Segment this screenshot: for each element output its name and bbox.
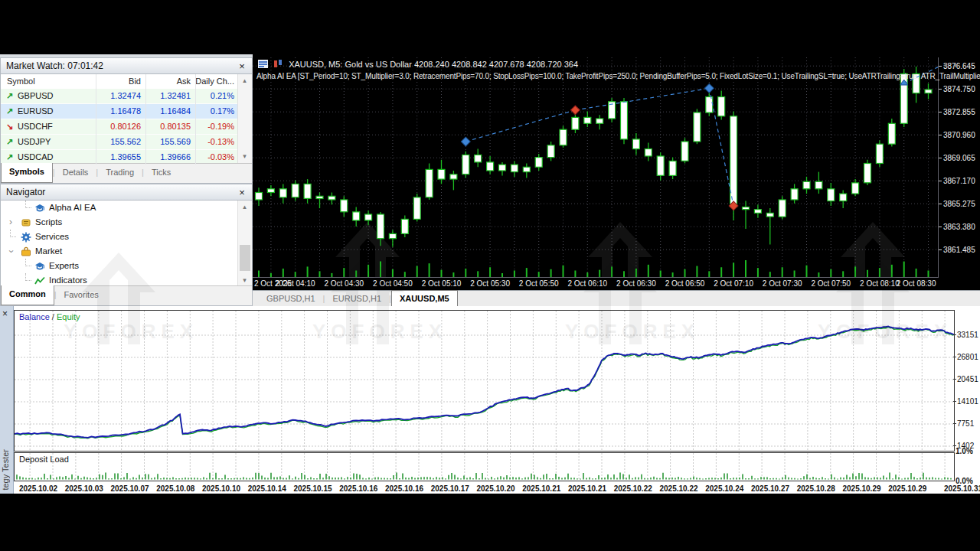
tester-x-label: 2025.10.27 xyxy=(751,484,789,493)
daily-change-value: 0.21% xyxy=(211,89,234,103)
tab-trading[interactable]: Trading xyxy=(98,164,142,183)
tab-left-icon[interactable]: ◂ xyxy=(943,60,955,69)
chart-bars-icon xyxy=(258,60,268,68)
tester-y-label: 1402 xyxy=(957,442,974,450)
candle-body xyxy=(487,162,494,171)
column-header-symbol[interactable]: Symbol xyxy=(7,74,35,89)
chart-tab-scroll-arrows[interactable]: ◂▸ xyxy=(943,60,966,69)
chart-title-text: XAUUSD, M5: Gold vs US Dollar 4208.240 4… xyxy=(289,60,578,69)
time-label: 2 Oct 05:50 xyxy=(519,279,559,288)
tester-y-tick xyxy=(953,379,956,380)
tester-x-label: 2025.10.31 xyxy=(944,484,980,493)
tester-x-label: 2025.10.14 xyxy=(248,484,286,493)
cap-icon xyxy=(34,261,45,272)
close-icon[interactable]: × xyxy=(237,58,247,74)
scrollbar-thumb[interactable] xyxy=(240,245,250,271)
chart-region: XAUUSD, M5: Gold vs US Dollar 4208.240 4… xyxy=(253,57,980,306)
ea-parameters-line: Alpha AI EA [ST_Period=10; ST_Multiplier… xyxy=(256,72,980,80)
candle-body xyxy=(389,233,396,238)
market-watch-tabs: Symbols|Details|Trading|Ticks xyxy=(1,163,252,183)
daily-change-value: 0.17% xyxy=(211,104,234,119)
candle-body xyxy=(401,219,408,233)
buy-marker xyxy=(461,137,470,146)
time-label: 2 Oct 06:10 xyxy=(567,279,607,288)
candle-body xyxy=(292,184,299,197)
tab-symbols[interactable]: Symbols xyxy=(1,163,53,183)
scroll-up-icon[interactable]: ▴ xyxy=(238,201,251,214)
scroll-down-icon[interactable]: ▾ xyxy=(238,150,251,163)
candle-body xyxy=(596,119,603,123)
candle-body xyxy=(256,193,263,201)
sidebar-item-label: Services xyxy=(35,230,69,244)
column-header-ask[interactable]: Ask xyxy=(177,74,191,89)
mt5-window: Market Watch: 07:01:42 × SymbolBidAskDai… xyxy=(0,0,980,551)
sidebar-item-experts[interactable]: Experts xyxy=(1,259,238,273)
close-icon[interactable]: × xyxy=(2,308,8,319)
market-watch-row-usdchf[interactable]: ↘USDCHF0.801260.80135-0.19% xyxy=(1,119,238,135)
candle-body xyxy=(438,169,445,179)
tester-y-label: 7751 xyxy=(957,419,974,428)
market-watch-rows: ↗GBPUSD1.324741.324810.21%↗EURUSD1.16478… xyxy=(1,89,238,163)
navigator-scrollbar[interactable]: ▴▾ xyxy=(237,201,252,287)
candle-body xyxy=(852,183,859,194)
sidebar-item-alpha-ai-ea[interactable]: Alpha AI EA xyxy=(1,201,238,215)
price-label: 3861.485 xyxy=(943,246,975,254)
market-watch-scrollbar[interactable]: ▴▾ xyxy=(237,74,252,163)
scroll-up-icon[interactable]: ▴ xyxy=(238,74,251,87)
tab-details[interactable]: Details xyxy=(55,164,96,183)
close-icon[interactable]: × xyxy=(237,184,247,201)
market-watch-row-usdjpy[interactable]: ↗USDJPY155.562155.569-0.13% xyxy=(1,135,238,150)
candle-body xyxy=(584,117,591,123)
tester-x-label: 2025.10.29 xyxy=(888,484,926,493)
candlestick-chart[interactable] xyxy=(253,57,939,278)
candle-body xyxy=(730,116,737,207)
time-label: 2 Oct 07:30 xyxy=(763,279,802,288)
chart-tab-eurusdh1[interactable]: EURUSD,H1 xyxy=(325,291,389,307)
column-header-dailych[interactable]: Daily Ch... xyxy=(195,74,234,89)
sidebar-item-services[interactable]: Services xyxy=(1,230,238,244)
symbol-name: USDCHF xyxy=(18,119,53,134)
tree-connector xyxy=(25,266,31,266)
time-axis[interactable]: 2 Oct 20252 Oct 04:102 Oct 04:302 Oct 04… xyxy=(253,278,938,291)
deposit-load-chart[interactable]: Deposit Load xyxy=(14,452,955,481)
balance-line xyxy=(15,326,954,437)
chevron-down-icon[interactable]: › xyxy=(4,247,18,256)
tab-right-icon[interactable]: ▸ xyxy=(955,60,966,69)
tester-x-label: 2025.10.21 xyxy=(568,484,606,493)
price-tick xyxy=(939,112,942,112)
candle-body xyxy=(888,123,895,144)
price-axis[interactable]: 3876.6453874.7503872.8553870.9603869.065… xyxy=(939,57,980,277)
price-tick xyxy=(939,227,942,227)
tester-y-tick xyxy=(953,357,956,357)
candle-body xyxy=(925,90,932,93)
market-watch-title: Market Watch: 07:01:42 × xyxy=(1,58,252,74)
time-label: 2 Oct 04:30 xyxy=(324,279,364,288)
tab-common[interactable]: Common xyxy=(1,285,54,305)
chevron-right-icon[interactable]: › xyxy=(6,215,15,230)
candle-body xyxy=(572,117,579,129)
candle-body xyxy=(681,142,688,161)
tab-ticks[interactable]: Ticks xyxy=(144,164,178,183)
sidebar-item-scripts[interactable]: ›Scripts xyxy=(1,215,238,230)
candle-body xyxy=(462,155,469,174)
sidebar-item-market[interactable]: ›Market xyxy=(1,244,238,259)
tab-favorites[interactable]: Favorites xyxy=(57,286,106,305)
chart-tab-xauusdm5[interactable]: XAUUSD,M5 xyxy=(391,290,458,307)
candle-body xyxy=(426,169,433,197)
chart-tab-gbpusdh1[interactable]: GBPUSD,H1 xyxy=(259,291,323,307)
market-watch-row-gbpusd[interactable]: ↗GBPUSD1.324741.324810.21% xyxy=(1,89,238,104)
market-watch-row-usdcad[interactable]: ↗USDCAD1.396551.39666-0.03% xyxy=(1,150,238,163)
candle-body xyxy=(316,196,323,198)
bid-value: 155.562 xyxy=(110,135,141,149)
candle-body xyxy=(840,194,847,201)
column-header-bid[interactable]: Bid xyxy=(129,74,141,89)
bid-value: 1.32474 xyxy=(110,89,141,103)
time-label: 2 Oct 07:50 xyxy=(811,279,851,288)
balance-equity-chart[interactable]: Balance / Equity xyxy=(14,310,955,452)
symbol-name: EURUSD xyxy=(18,104,53,119)
candlestick-svg xyxy=(253,57,938,277)
candle-body xyxy=(803,181,810,189)
market-watch-row-eurusd[interactable]: ↗EURUSD1.164781.164840.17% xyxy=(1,104,238,119)
up-arrow-icon: ↗ xyxy=(6,150,13,163)
tester-x-label: 2025.10.17 xyxy=(431,484,469,493)
